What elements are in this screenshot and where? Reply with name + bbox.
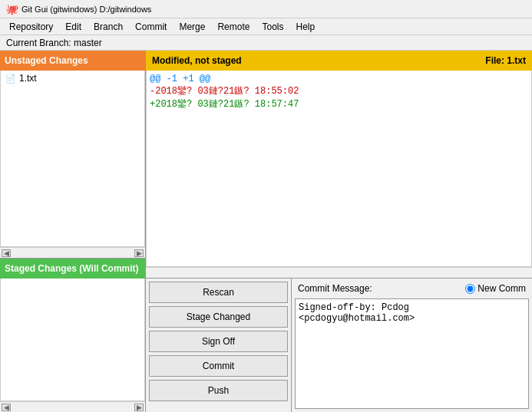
unstaged-file-list[interactable]: 📄 1.txt	[0, 71, 145, 247]
menu-item-edit[interactable]: Edit	[59, 20, 88, 34]
diff-area[interactable]: @@ -1 +1 @@ -2018鑾? 03鏈?21鏃? 18:55:02 +2…	[146, 71, 532, 267]
main-layout: Unstaged Changes 📄 1.txt ◀ ▶ Staged Chan…	[0, 51, 532, 412]
commit-message-textarea[interactable]	[295, 298, 529, 409]
title-bar: 🐙 Git Gui (gitwindows) D:/gitwindows	[0, 0, 532, 18]
diff-line-added: +2018鑾? 03鏈?21鏃? 18:57:47	[150, 97, 528, 110]
current-branch-label: Current Branch: master	[6, 38, 102, 48]
bottom-left-buttons: Rescan Stage Changed Sign Off Commit Pus…	[146, 279, 292, 412]
commit-message-header-right: New Comm	[465, 283, 526, 294]
menu-item-remote[interactable]: Remote	[211, 20, 256, 34]
staged-header: Staged Changes (Will Commit)	[0, 259, 145, 279]
app-icon: 🐙	[6, 4, 17, 15]
scroll-left-arrow[interactable]: ◀	[2, 249, 11, 257]
commit-button[interactable]: Commit	[149, 355, 288, 377]
menu-bar: RepositoryEditBranchCommitMergeRemoteToo…	[0, 18, 532, 35]
staged-section: Staged Changes (Will Commit) ◀ ▶	[0, 259, 145, 412]
diff-header: Modified, not staged File: 1.txt	[146, 51, 532, 71]
commit-message-header: Commit Message: New Comm	[292, 279, 532, 298]
commit-message-label: Commit Message:	[298, 283, 372, 294]
sign-off-button[interactable]: Sign Off	[149, 331, 288, 352]
menu-item-repository[interactable]: Repository	[3, 20, 59, 34]
diff-file-label: File: 1.txt	[485, 55, 526, 66]
bottom-area: Rescan Stage Changed Sign Off Commit Pus…	[146, 278, 532, 412]
unstaged-section: Unstaged Changes 📄 1.txt ◀ ▶	[0, 51, 145, 259]
list-item[interactable]: 📄 1.txt	[1, 71, 144, 86]
menu-item-commit[interactable]: Commit	[129, 20, 173, 34]
diff-status-text: Modified, not staged	[152, 55, 242, 66]
staged-scroll-right[interactable]: ▶	[134, 404, 144, 411]
diff-horizontal-scrollbar[interactable]	[146, 267, 532, 278]
new-commit-radio-label[interactable]: New Comm	[465, 283, 526, 294]
stage-changed-button[interactable]: Stage Changed	[149, 306, 288, 328]
diff-line-meta: @@ -1 +1 @@	[150, 74, 528, 84]
staged-scrollbar: ◀ ▶	[0, 401, 145, 412]
title-text: Git Gui (gitwindows) D:/gitwindows	[21, 5, 151, 14]
rescan-button[interactable]: Rescan	[149, 282, 288, 303]
diff-line-removed: -2018鑾? 03鏈?21鏃? 18:55:02	[150, 84, 528, 97]
commit-message-area: Commit Message: New Comm	[292, 279, 532, 412]
menu-item-branch[interactable]: Branch	[88, 20, 129, 34]
staged-scroll-left[interactable]: ◀	[2, 404, 11, 411]
left-panel: Unstaged Changes 📄 1.txt ◀ ▶ Staged Chan…	[0, 51, 146, 412]
menu-item-tools[interactable]: Tools	[256, 20, 289, 34]
push-button[interactable]: Push	[149, 380, 288, 401]
staged-file-list[interactable]	[0, 279, 145, 401]
unstaged-header: Unstaged Changes	[0, 51, 145, 71]
menu-item-help[interactable]: Help	[289, 20, 321, 34]
menu-item-merge[interactable]: Merge	[173, 20, 211, 34]
new-commit-radio[interactable]	[465, 284, 475, 294]
diff-content-wrapper: @@ -1 +1 @@ -2018鑾? 03鏈?21鏃? 18:55:02 +2…	[146, 71, 532, 267]
file-icon: 📄	[5, 74, 16, 84]
right-panel: Modified, not staged File: 1.txt @@ -1 +…	[146, 51, 532, 412]
scroll-right-arrow[interactable]: ▶	[134, 249, 144, 257]
unstaged-scrollbar: ◀ ▶	[0, 247, 145, 258]
current-branch-bar: Current Branch: master	[0, 35, 532, 51]
file-name: 1.txt	[19, 73, 37, 84]
